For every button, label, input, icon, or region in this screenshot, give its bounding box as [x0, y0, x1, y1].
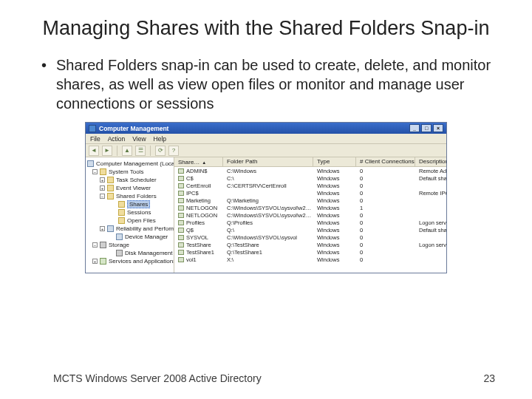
share-icon — [178, 242, 184, 248]
back-button[interactable]: ◄ — [89, 146, 99, 156]
folder-icon — [107, 193, 114, 200]
cell-conn: 0 — [356, 174, 415, 182]
folder-icon — [107, 185, 114, 191]
col-share-name[interactable]: Share…▲ — [174, 157, 223, 166]
table-row[interactable]: C$C:\Windows0Default share — [174, 174, 446, 182]
table-row[interactable]: Q$Q:\Windows0Default share — [174, 226, 446, 233]
col-folder-path[interactable]: Folder Path — [223, 157, 313, 166]
cell-conn: 0 — [356, 182, 415, 189]
cell-type: Windows — [313, 219, 356, 226]
collapse-icon[interactable]: − — [92, 242, 98, 248]
page-title: Managing Shares with the Shared Folders … — [35, 16, 497, 40]
table-row[interactable]: vol1X:\Windows0 — [174, 256, 446, 263]
list-pane[interactable]: Share…▲ Folder Path Type # Client Connec… — [174, 157, 446, 273]
cell-share-name: NETLOGON — [186, 212, 217, 219]
expand-icon[interactable]: + — [100, 177, 105, 183]
tree-shares[interactable]: Shares — [127, 200, 150, 208]
tree-storage[interactable]: Storage — [109, 242, 129, 248]
cell-share-name: TestShare1 — [186, 249, 214, 256]
menu-action[interactable]: Action — [108, 135, 126, 143]
table-row[interactable]: NETLOGONC:\Windows\SYSVOL\sysvol\w2…Wind… — [174, 211, 446, 219]
share-icon — [178, 183, 184, 188]
cell-desc: Remote Admin — [415, 167, 446, 174]
refresh-button[interactable]: ⟳ — [155, 146, 166, 156]
menu-view[interactable]: View — [132, 135, 146, 143]
cell-folder-path: C:\Windows\SYSVOL\sysvol\w2… — [223, 211, 313, 219]
monitor-icon — [107, 225, 114, 232]
table-row[interactable]: ADMIN$C:\WindowsWindows0Remote Admin — [174, 167, 446, 174]
titlebar[interactable]: Computer Management _ □ × — [86, 123, 446, 134]
list-body: ADMIN$C:\WindowsWindows0Remote AdminC$C:… — [174, 167, 446, 263]
tree-event-viewer[interactable]: Event Viewer — [116, 185, 151, 191]
cell-conn: 0 — [356, 219, 415, 226]
tree-root[interactable]: Computer Management (Local) — [96, 160, 174, 167]
tree-system-tools[interactable]: System Tools — [109, 168, 143, 175]
tree-device-mgr[interactable]: Device Manager — [125, 233, 168, 240]
col-description[interactable]: Description — [415, 157, 446, 166]
table-row[interactable]: CertEnrollC:\CERTSRV\CertEnrollWindows0 — [174, 182, 446, 189]
maximize-button[interactable]: □ — [421, 124, 432, 132]
cell-share-name: SYSVOL — [186, 234, 208, 241]
table-row[interactable]: TestShareQ:\TestShareWindows0Logon serve… — [174, 241, 446, 248]
cell-type: Windows — [313, 167, 356, 174]
table-row[interactable]: NETLOGONC:\Windows\SYSVOL\sysvol\w2…Wind… — [174, 204, 446, 211]
cell-desc: Remote IPC — [415, 189, 446, 197]
table-row[interactable]: MarketingQ:\MarketingWindows0 — [174, 197, 446, 204]
col-client-conn[interactable]: # Client Connections — [356, 157, 415, 166]
folder-icon — [118, 201, 125, 208]
tree-services-apps[interactable]: Services and Applications — [109, 258, 174, 265]
cell-type: Windows — [313, 226, 356, 233]
tree-pane[interactable]: Computer Management (Local) −System Tool… — [86, 157, 174, 273]
menu-help[interactable]: Help — [154, 135, 166, 143]
cell-desc — [415, 204, 446, 211]
table-row[interactable]: IPC$Windows0Remote IPC — [174, 189, 446, 197]
tree-task-scheduler[interactable]: Task Scheduler — [116, 177, 157, 183]
cell-desc: Default share — [415, 226, 446, 233]
cell-folder-path: C:\ — [223, 174, 313, 182]
expand-icon[interactable]: + — [100, 226, 105, 231]
cell-desc: Logon server share — [415, 219, 446, 226]
table-row[interactable]: SYSVOLC:\Windows\SYSVOL\sysvolWindows0 — [174, 233, 446, 241]
cell-share-name: Marketing — [186, 197, 211, 204]
cell-type: Windows — [313, 248, 356, 256]
cell-folder-path — [223, 189, 313, 197]
bullet-text: Shared Folders snap-in can be used to cr… — [56, 56, 497, 113]
folder-icon — [107, 177, 114, 183]
up-button[interactable]: ▲ — [122, 146, 132, 156]
collapse-icon[interactable]: − — [100, 194, 105, 199]
tree-sessions[interactable]: Sessions — [127, 209, 151, 216]
expand-icon[interactable]: + — [92, 259, 98, 264]
cell-type: Windows — [313, 204, 356, 211]
cell-folder-path: C:\Windows\SYSVOL\sysvol\w2… — [223, 204, 313, 211]
cell-share-name: ADMIN$ — [186, 168, 207, 174]
cell-desc — [415, 233, 446, 241]
cell-share-name: vol1 — [186, 256, 197, 263]
table-row[interactable]: ProfilesQ:\ProfilesWindows0Logon server … — [174, 219, 446, 226]
share-icon — [178, 220, 184, 225]
cell-share-name: C$ — [186, 175, 194, 182]
cell-type: Windows — [313, 256, 356, 263]
views-button[interactable]: ☰ — [135, 146, 146, 156]
tree-reliability[interactable]: Reliability and Performanc — [116, 225, 174, 232]
tree-disk-mgmt[interactable]: Disk Management — [125, 250, 172, 256]
share-icon — [178, 213, 184, 218]
menu-file[interactable]: File — [90, 135, 100, 143]
page-number: 23 — [483, 372, 495, 384]
cell-share-name: IPC$ — [186, 190, 199, 197]
expand-icon[interactable]: + — [100, 185, 105, 191]
tree-shared-folders[interactable]: Shared Folders — [116, 193, 157, 200]
close-button[interactable]: × — [433, 124, 443, 132]
col-type[interactable]: Type — [313, 157, 356, 166]
cell-desc: Logon server share — [415, 241, 446, 248]
minimize-button[interactable]: _ — [409, 124, 420, 132]
table-row[interactable]: TestShare1Q:\TestShare1Windows0 — [174, 248, 446, 256]
forward-button[interactable]: ► — [102, 146, 112, 156]
cell-conn: 0 — [356, 197, 415, 204]
tree-open-files[interactable]: Open Files — [127, 217, 156, 224]
cell-conn: 0 — [356, 256, 415, 263]
folder-icon — [118, 209, 125, 216]
cell-share-name: TestShare — [186, 242, 211, 248]
cell-folder-path: Q:\ — [223, 226, 313, 233]
collapse-icon[interactable]: − — [92, 169, 98, 174]
help-button[interactable]: ? — [168, 146, 179, 156]
